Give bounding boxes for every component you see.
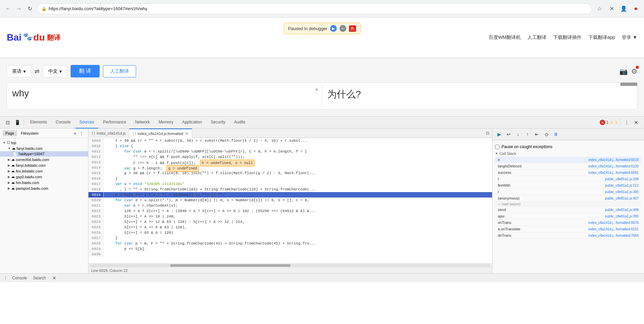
tab-elements[interactable]: Elements (26, 117, 51, 129)
forward-button[interactable]: → (14, 4, 24, 14)
paused-in-debugger-text: Paused in debugger (288, 26, 327, 31)
debug-stepover-button[interactable]: ↩ (505, 130, 513, 138)
resume-debugger-button[interactable]: ▶ (330, 25, 337, 32)
human-translate-button[interactable]: 人工翻译 (103, 65, 136, 77)
target-lang-selector[interactable]: 中文 ▾ (43, 65, 67, 77)
tree-item-aldtype[interactable]: 📄 ?aldtype=16047 (0, 151, 88, 157)
tab-console[interactable]: Console (52, 117, 75, 129)
tree-item-fanyi-bdstatic[interactable]: ▶ ☁ fanyi.bdstatic.com (0, 162, 88, 168)
bottom-close-button[interactable]: ✕ (52, 275, 56, 281)
step-debugger-button[interactable]: ↩ (339, 25, 346, 32)
clear-input-button[interactable]: × (315, 86, 318, 93)
extension-button[interactable]: ✕ (607, 4, 616, 14)
nav-item-plugin[interactable]: 下载翻译插件 (553, 34, 582, 41)
profile-button[interactable]: 👤 (619, 4, 628, 14)
debug-step-button[interactable]: ⇤ (533, 130, 541, 138)
tab-network[interactable]: Network (131, 117, 154, 129)
tab-performance[interactable]: Performance (99, 117, 130, 129)
nav-item-app[interactable]: 下载翻译app (588, 34, 615, 41)
camera-icon[interactable]: 📷 (619, 67, 628, 75)
debug-pause-button[interactable]: ⏸ (552, 130, 560, 138)
call-stack-item-aontranslate[interactable]: a.onTranslate index_c8a141d.j...formatte… (495, 226, 641, 232)
address-bar[interactable]: 🔒 https://fanyi.baidu.com/?aldtype=16047… (37, 3, 592, 14)
line-num-6019: 6019 (88, 192, 104, 198)
tree-item-top[interactable]: ▼ ☐ top (0, 140, 88, 145)
call-stack-item-e[interactable]: e index_c8a141d.j...formatted:6019 (495, 157, 641, 163)
file-tree: ▼ ☐ top ▼ ☁ fanyi.baidu.com 📄 ?a (0, 138, 88, 273)
pause-caught-exceptions-checkbox[interactable] (495, 145, 499, 149)
tree-item-correcttxt[interactable]: ▶ ☁ correcttxt.baidu.com (0, 157, 88, 162)
code-editor[interactable]: 6009 t > 30 && (r = "" + r.substr(0, 10)… (88, 138, 492, 263)
source-tab-close-formatted[interactable]: ✕ (185, 131, 188, 136)
code-line-6015: 6015 g > 30 && (r = f.slice(0, 10).join(… (88, 170, 492, 176)
call-stack-item-success[interactable]: success index_c8a141d.j...formatted:6081 (495, 169, 641, 176)
tab-application[interactable]: Application (178, 117, 206, 129)
call-stack-loc-firewith: public_c8e81a1.js:212 (605, 184, 639, 187)
tree-icon-correcttxt: ☁ (11, 157, 15, 162)
tree-item-gsp0[interactable]: ▶ ☁ gsp0.baidu.com (0, 174, 88, 180)
devtools-close-button[interactable]: ✕ (632, 118, 641, 127)
sidebar-tab-filesystem[interactable]: Filesystem (18, 130, 42, 136)
tree-item-fanyi-baidu[interactable]: ▼ ☁ fanyi.baidu.com (0, 145, 88, 151)
call-stack-item-langisdeteced[interactable]: langIsDeteced index_c8a141d.j...formatte… (495, 163, 641, 169)
bottom-tab-console[interactable]: Console (11, 276, 28, 280)
login-button[interactable]: 登录 ▼ (622, 34, 637, 41)
call-stack-item-r[interactable]: r public_c8e81a1.js:385 (495, 189, 641, 195)
debug-deactivate-button[interactable]: ◇ (542, 130, 550, 138)
refresh-button[interactable]: ↻ (25, 4, 34, 14)
call-stack-item-ontrans[interactable]: onTrans index_c8a141d.j...formatted:6076 (495, 219, 641, 226)
tree-item-hm[interactable]: ▶ ☁ hm.baidu.com (0, 180, 88, 185)
tab-memory[interactable]: Memory (155, 117, 177, 129)
call-stack-item-anonymous[interactable]: (anonymous) public_c8e81a1.js:407 (495, 195, 641, 202)
call-stack-item-send[interactable]: send public_c8e81a1.js:408 (495, 207, 641, 213)
call-stack-item-firewith[interactable]: fireWith public_c8e81a1.js:212 (495, 182, 641, 189)
devtools-inspect-button[interactable]: ⊡ (3, 118, 12, 127)
sidebar-menu-button[interactable]: ⋮ (77, 130, 85, 137)
line-content-6011: for (var e = r.split(/[\uD800-\uDBFF][\u… (104, 149, 307, 154)
source-lang-selector[interactable]: 英语 ▾ (7, 65, 31, 77)
settings-icon[interactable]: ⚙ (631, 67, 637, 75)
debug-stepinto-button[interactable]: ↓ (514, 130, 522, 138)
debug-resume-button[interactable]: ▶ (495, 130, 503, 138)
tree-item-passport[interactable]: ▶ ☁ passport.baidu.com (0, 185, 88, 191)
code-line-6021: 6021 var A = r.charCodeAt(v); (88, 203, 492, 208)
line-content-6009: t > 30 && (r = "" + r.substr(0, 10) + r.… (104, 138, 307, 143)
translate-button[interactable]: 翻 译 (71, 65, 100, 77)
back-button[interactable]: ← (3, 4, 13, 14)
source-tab-action-btn[interactable]: ⊡ (486, 131, 489, 136)
source-tab-formatted[interactable]: { } index_c8a141d.js:formatted ✕ (129, 129, 192, 138)
logo-translate: 翻译 (47, 33, 60, 42)
line-num-6015: 6015 (88, 170, 104, 176)
feedback-button[interactable]: 意见反馈 (620, 83, 637, 86)
lang-to-arrow: ▾ (59, 69, 62, 74)
nav-item-human[interactable]: 人工翻译 (527, 34, 546, 41)
right-panel-body: Pause on caught exceptions ▼ Call Stack … (492, 140, 644, 273)
logo-bai: Bai (7, 32, 22, 43)
devtools-more-button[interactable]: ⋮ (622, 118, 631, 127)
sources-main: { } index_c8a141d.js { } index_c8a141d.j… (88, 129, 492, 273)
bottom-drag-handle[interactable]: ⋮ (3, 276, 7, 280)
sidebar-more-button[interactable]: » (74, 131, 76, 135)
tab-sources[interactable]: Sources (75, 117, 98, 129)
bottom-tab-search[interactable]: Search (32, 276, 47, 280)
swap-language-button[interactable]: ⇌ (34, 68, 40, 75)
call-stack-divider-async: — load (async) (495, 202, 641, 207)
nav-item-wm[interactable]: 百度WM翻译机 (489, 34, 521, 41)
call-stack-item-dotrans[interactable]: doTrans index_c8a141d.j...formatted:7664 (495, 232, 641, 239)
tab-security[interactable]: Security (207, 117, 229, 129)
scrollbar-thumb[interactable] (170, 264, 290, 267)
devtools-device-button[interactable]: 📱 (13, 118, 22, 127)
call-stack-item-l[interactable]: l public_c8e81a1.js:208 (495, 176, 641, 182)
source-tabs: { } index_c8a141d.js { } index_c8a141d.j… (88, 129, 492, 138)
debug-stepout-button[interactable]: ↑ (523, 130, 532, 138)
bookmark-button[interactable]: ☆ (595, 4, 604, 14)
code-horizontal-scrollbar[interactable] (88, 263, 492, 267)
sidebar-tab-page[interactable]: Page (3, 130, 17, 136)
source-tab-original[interactable]: { } index_c8a141d.js (88, 129, 129, 138)
call-stack-header[interactable]: ▼ Call Stack (495, 151, 641, 157)
tree-item-fex-bdstatic[interactable]: ▶ ☁ fex.bdstatic.com (0, 168, 88, 174)
menu-button[interactable]: ● (631, 4, 641, 14)
call-stack-item-ajax[interactable]: ajax public_c8e81a1.js:395 (495, 213, 641, 219)
tab-audits[interactable]: Audits (230, 117, 249, 129)
input-box[interactable]: why × (7, 83, 322, 110)
